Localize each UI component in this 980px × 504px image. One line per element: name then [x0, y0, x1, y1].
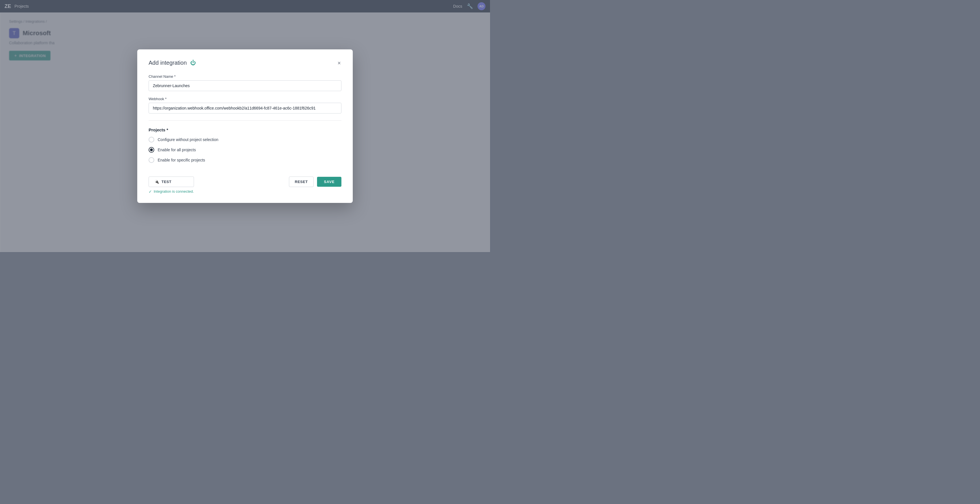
check-icon: ✓: [149, 189, 152, 194]
modal-title-row: Add integration ⏻: [149, 60, 197, 66]
radio-btn-specific-projects[interactable]: [149, 157, 154, 163]
radio-btn-all-projects[interactable]: [149, 147, 154, 153]
section-divider: [149, 120, 341, 121]
radio-label-no-project: Configure without project selection: [158, 137, 218, 142]
radio-option-specific-projects[interactable]: Enable for specific projects: [149, 157, 341, 163]
radio-btn-no-project[interactable]: [149, 137, 154, 142]
footer-left: 🔌 TEST ✓ Integration is connected.: [149, 177, 194, 194]
test-label: TEST: [162, 180, 172, 184]
reset-button[interactable]: RESET: [289, 177, 314, 187]
plug-icon: 🔌: [154, 180, 159, 184]
projects-label: Projects *: [149, 128, 341, 132]
channel-name-group: Channel Name *: [149, 74, 341, 91]
channel-name-label: Channel Name *: [149, 74, 341, 79]
modal-footer: 🔌 TEST ✓ Integration is connected. RESET…: [149, 177, 341, 194]
radio-option-no-project[interactable]: Configure without project selection: [149, 137, 341, 142]
radio-label-all-projects: Enable for all projects: [158, 148, 196, 152]
webhook-input[interactable]: [149, 103, 341, 113]
projects-section: Projects * Configure without project sel…: [149, 128, 341, 163]
modal-header: Add integration ⏻ ×: [149, 60, 341, 66]
power-icon: ⏻: [190, 60, 197, 66]
connection-status: ✓ Integration is connected.: [149, 189, 194, 194]
radio-label-specific-projects: Enable for specific projects: [158, 158, 205, 162]
channel-name-input[interactable]: [149, 80, 341, 91]
modal-title: Add integration: [149, 60, 187, 66]
radio-group: Configure without project selection Enab…: [149, 137, 341, 163]
save-button[interactable]: SAVE: [317, 177, 341, 187]
webhook-label: Webhook *: [149, 97, 341, 101]
test-button[interactable]: 🔌 TEST: [149, 177, 194, 187]
connection-status-text: Integration is connected.: [154, 189, 194, 193]
add-integration-modal: Add integration ⏻ × Channel Name * Webho…: [137, 49, 353, 203]
footer-right: RESET SAVE: [289, 177, 341, 187]
radio-option-all-projects[interactable]: Enable for all projects: [149, 147, 341, 153]
modal-overlay: Add integration ⏻ × Channel Name * Webho…: [0, 0, 490, 252]
webhook-group: Webhook *: [149, 97, 341, 113]
close-button[interactable]: ×: [337, 60, 341, 66]
